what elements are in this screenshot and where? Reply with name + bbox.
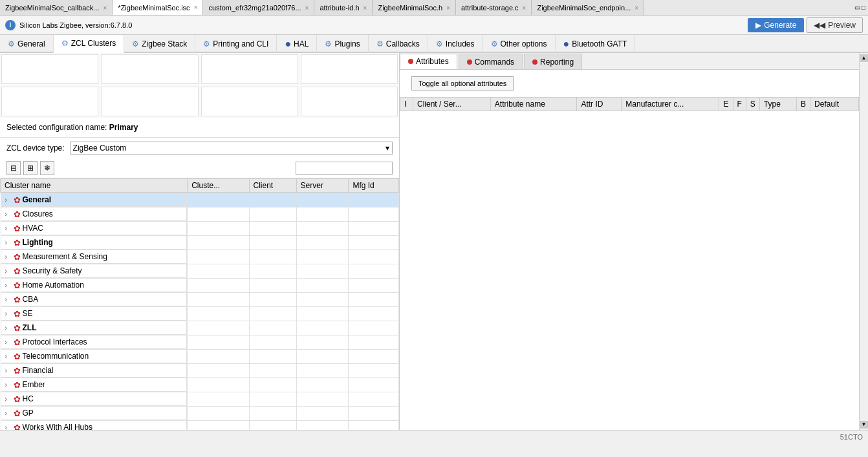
expand-arrow-icon[interactable]: ›: [5, 282, 12, 289]
cluster-icon: ✿: [14, 195, 21, 205]
scroll-down-button[interactable]: ▼: [860, 421, 868, 429]
col-client: Client: [249, 179, 296, 193]
table-row[interactable]: ›✿Home Automation: [1, 278, 399, 292]
expand-arrow-icon[interactable]: ›: [5, 381, 12, 388]
table-row[interactable]: ›✿CBA: [1, 292, 399, 306]
table-cell: [349, 306, 399, 321]
file-tab-bar: ZigbeeMinimalSoc_callback... × *ZigbeeMi…: [0, 0, 868, 16]
expand-arrow-icon[interactable]: ›: [5, 339, 12, 346]
expand-arrow-icon[interactable]: ›: [5, 324, 12, 332]
collapse-all-button[interactable]: ⊟: [6, 161, 21, 175]
placeholder-cell-1: [1, 54, 98, 84]
expand-arrow-icon[interactable]: ›: [5, 396, 12, 403]
tab-zcl-clusters[interactable]: ⚙ ZCL Clusters: [54, 35, 125, 53]
toggle-optional-attrs-button[interactable]: Toggle all optional attributes: [411, 76, 514, 90]
tab-includes[interactable]: ⚙ Includes: [428, 35, 483, 53]
tab-other-options[interactable]: ⚙ Other options: [483, 35, 556, 53]
table-row[interactable]: ›✿Lighting: [1, 235, 399, 250]
table-row[interactable]: ›✿HC: [1, 392, 399, 406]
expand-arrow-icon[interactable]: ›: [5, 268, 12, 275]
table-cell: [349, 420, 399, 430]
attr-table-container[interactable]: I Client / Ser... Attribute name Attr ID…: [400, 97, 859, 430]
printing-icon: ⚙: [203, 39, 210, 48]
expand-arrow-icon[interactable]: ›: [5, 253, 12, 260]
tab-attributes[interactable]: Attributes: [400, 54, 457, 69]
tab-zigbee-stack[interactable]: ⚙ Zigbee Stack: [124, 35, 195, 53]
table-row[interactable]: ›✿Works With All Hubs: [1, 420, 399, 430]
tab-soc-h[interactable]: ZigbeeMinimalSoc.h ×: [373, 0, 456, 16]
expand-arrow-icon[interactable]: ›: [5, 296, 12, 303]
tab-custom[interactable]: custom_efr32mg21a020f76... ×: [203, 0, 314, 16]
tab-endpoint[interactable]: ZigbeeMinimalSoc_endpoin... ×: [532, 0, 644, 16]
expand-arrow-icon[interactable]: ›: [5, 424, 12, 430]
includes-icon: ⚙: [436, 39, 443, 48]
close-icon[interactable]: ×: [635, 5, 638, 12]
col-default: Default: [810, 98, 859, 111]
table-cell: [296, 335, 349, 349]
tab-bluetooth[interactable]: ● Bluetooth GATT: [556, 35, 636, 53]
table-row[interactable]: ›✿Ember: [1, 377, 399, 392]
close-icon[interactable]: ×: [363, 5, 367, 12]
close-icon[interactable]: ×: [103, 5, 107, 12]
close-icon[interactable]: ×: [194, 4, 198, 11]
table-row[interactable]: ›✿Closures: [1, 207, 399, 221]
table-row[interactable]: ›✿HVAC: [1, 221, 399, 235]
tab-reporting[interactable]: Reporting: [524, 54, 582, 69]
expand-arrow-icon[interactable]: ›: [5, 310, 12, 317]
tab-hal[interactable]: ● HAL: [277, 35, 317, 53]
scroll-up-button[interactable]: ▲: [860, 54, 868, 62]
close-icon[interactable]: ×: [523, 5, 526, 12]
table-row[interactable]: ›✿GP: [1, 406, 399, 420]
col-attr-name: Attribute name: [490, 98, 577, 111]
cluster-search-input[interactable]: [296, 162, 393, 175]
table-cell: [188, 235, 249, 250]
table-row[interactable]: ›✿Telecommunication: [1, 349, 399, 363]
expand-arrow-icon[interactable]: ›: [5, 197, 12, 204]
right-scrollbar[interactable]: ▲ ▼: [859, 53, 868, 430]
maximize-icon[interactable]: □: [862, 4, 865, 11]
tab-general[interactable]: ⚙ General: [0, 35, 54, 53]
close-icon[interactable]: ×: [305, 5, 309, 12]
tab-isc[interactable]: *ZigbeeMinimalSoc.isc ×: [113, 0, 203, 16]
device-type-select[interactable]: ZigBee Custom ▾: [70, 142, 393, 154]
table-row[interactable]: ›✿Protocol Interfaces: [1, 335, 399, 349]
tab-label: custom_efr32mg21a020f76...: [208, 4, 301, 12]
filter-button[interactable]: ❄: [40, 161, 54, 175]
table-row[interactable]: ›✿Measurement & Sensing: [1, 250, 399, 264]
table-cell: [188, 292, 249, 306]
expand-arrow-icon[interactable]: ›: [5, 211, 12, 218]
expand-arrow-icon[interactable]: ›: [5, 367, 12, 374]
device-type-value: ZigBee Custom: [73, 143, 127, 153]
cluster-name: CBA: [23, 295, 39, 304]
tab-plugins[interactable]: ⚙ Plugins: [317, 35, 368, 53]
col-type: Type: [759, 98, 796, 111]
tab-attr-storage[interactable]: attribute-storage.c ×: [456, 0, 532, 16]
tab-callbacks[interactable]: ⚙ Callbacks: [369, 35, 428, 53]
table-row[interactable]: ›✿Financial: [1, 363, 399, 377]
table-row[interactable]: ›✿ZLL: [1, 321, 399, 335]
expand-arrow-icon[interactable]: ›: [5, 353, 12, 360]
generate-button[interactable]: ▶ Generate: [748, 18, 804, 32]
preview-button[interactable]: ◀◀ Preview: [807, 17, 863, 33]
minimize-icon[interactable]: ▭: [854, 4, 860, 11]
table-cell: [188, 306, 249, 321]
table-cell: [249, 349, 296, 363]
table-row[interactable]: ›✿Security & Safety: [1, 264, 399, 278]
expand-arrow-icon[interactable]: ›: [5, 239, 12, 246]
close-icon[interactable]: ×: [446, 5, 450, 12]
tab-commands[interactable]: Commands: [459, 54, 523, 69]
cluster-table-container[interactable]: Cluster name Cluste... Client Server Mfg…: [0, 178, 399, 430]
config-name: Primary: [109, 123, 138, 132]
tab-attr-id[interactable]: attribute-id.h ×: [314, 0, 373, 16]
table-row[interactable]: ›✿General: [1, 193, 399, 207]
tab-printing[interactable]: ⚙ Printing and CLI: [195, 35, 277, 53]
cluster-name: Lighting: [23, 238, 53, 247]
expand-arrow-icon[interactable]: ›: [5, 410, 12, 417]
tab-callback[interactable]: ZigbeeMinimalSoc_callback... ×: [0, 0, 113, 16]
table-cell: [349, 392, 399, 406]
table-cell: [188, 335, 249, 349]
expand-all-button[interactable]: ⊞: [23, 161, 38, 175]
expand-arrow-icon[interactable]: ›: [5, 225, 12, 232]
cluster-name: SE: [23, 309, 33, 318]
table-row[interactable]: ›✿SE: [1, 306, 399, 321]
